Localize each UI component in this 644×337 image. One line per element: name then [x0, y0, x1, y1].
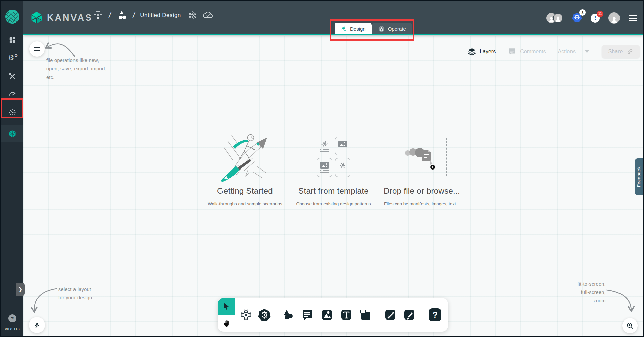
- tab-operate-label: Operate: [388, 26, 406, 32]
- alert-count-badge: 11: [597, 11, 603, 17]
- sidebar-expand-button[interactable]: ❯: [16, 283, 25, 296]
- sidebar-item-performance[interactable]: [1, 89, 23, 100]
- sidebar-item-configuration[interactable]: [1, 70, 23, 82]
- sidebar-item-dashboard[interactable]: [1, 34, 23, 46]
- card-subtitle: Choose from existing design patterns: [283, 201, 384, 206]
- comment-icon: [301, 309, 313, 321]
- link-icon: [627, 48, 633, 55]
- sidebar-item-lifecycle[interactable]: ⚙⚙: [1, 52, 23, 64]
- comments-icon: [508, 47, 516, 56]
- design-spiral-icon: [341, 26, 347, 32]
- user-avatar[interactable]: [608, 12, 620, 24]
- share-button[interactable]: Share: [602, 45, 640, 58]
- design-visibility-button[interactable]: [188, 11, 197, 20]
- template-tile: [317, 158, 332, 177]
- image-icon: [320, 162, 329, 169]
- shape-annotation-tools: [276, 298, 378, 332]
- kubernetes-tool[interactable]: [257, 308, 271, 322]
- kanvas-logo[interactable]: KANVAS: [30, 11, 93, 24]
- shapes-tool[interactable]: [281, 308, 295, 322]
- hamburger-icon: [34, 46, 40, 52]
- layer5-logo-icon[interactable]: [4, 9, 20, 25]
- bottom-toolbar: ?: [218, 298, 448, 332]
- top-header: KANVAS / / Untitled Design: [23, 1, 643, 35]
- share-label: Share: [608, 49, 623, 55]
- component-tools: [235, 298, 275, 332]
- layers-button[interactable]: Layers: [467, 47, 496, 56]
- kubernetes-count-badge: 3: [579, 9, 586, 16]
- organization-button[interactable]: [93, 10, 103, 21]
- alerts-button[interactable]: ! 11: [591, 14, 600, 23]
- cursor-icon: [222, 302, 230, 310]
- workspace-button[interactable]: [116, 10, 127, 21]
- design-canvas[interactable]: file operations like new, open, save, ex…: [23, 36, 643, 336]
- layout-cluster-icon: [33, 321, 41, 329]
- canvas-top-toolbar: Layers Comments Actions Share: [467, 45, 640, 58]
- card-getting-started[interactable]: Getting Started Walk-throughs and sample…: [195, 132, 295, 206]
- freehand-pencil-tool[interactable]: [402, 308, 416, 322]
- pen-tool[interactable]: [383, 308, 397, 322]
- save-status-button[interactable]: [202, 11, 214, 20]
- gears-icon: ⚙⚙: [8, 54, 17, 62]
- cloud-saved-icon: [202, 11, 214, 20]
- drop-zone[interactable]: [397, 138, 447, 176]
- kanvas-hexagon-logo-icon: [30, 11, 43, 24]
- image-tool[interactable]: [320, 308, 334, 322]
- header-actions: 3 ! 11: [546, 1, 637, 35]
- zoom-button[interactable]: [622, 318, 638, 333]
- text-tool[interactable]: [339, 308, 353, 322]
- breadcrumb-separator: /: [132, 11, 136, 20]
- collaborators-button[interactable]: [546, 13, 563, 23]
- image-icon: [338, 141, 347, 147]
- note-icon: [359, 309, 371, 321]
- menu-hamburger-icon[interactable]: [629, 15, 637, 21]
- comment-tool[interactable]: [300, 308, 314, 322]
- card-start-from-template[interactable]: Start from template Choose from existing…: [283, 132, 384, 206]
- tab-operate[interactable]: Operate: [372, 23, 412, 34]
- annotation-zoom-controls: fit-to-screen, full-screen, zoom: [577, 280, 606, 305]
- note-tool[interactable]: [358, 308, 373, 322]
- zoom-in-magnifier-icon: [626, 322, 634, 330]
- pan-tool[interactable]: [218, 315, 235, 332]
- template-tile: [335, 158, 350, 177]
- drop-file-icon: [402, 142, 442, 172]
- design-name[interactable]: Untitled Design: [140, 12, 181, 19]
- kubernetes-context-button[interactable]: 3: [572, 12, 582, 24]
- kanvas-logo-text: KANVAS: [47, 13, 93, 23]
- layout-button[interactable]: [29, 317, 45, 333]
- sidebar-item-extensions[interactable]: [1, 107, 23, 118]
- sidebar-item-kanvas[interactable]: [1, 125, 23, 142]
- file-menu-button[interactable]: [29, 41, 45, 57]
- collaborator-avatar: [553, 13, 563, 23]
- operator-headset-icon: [378, 25, 385, 32]
- tab-design[interactable]: Design: [335, 23, 372, 34]
- pen-icon: [384, 309, 396, 321]
- chip-icon: [240, 309, 252, 321]
- image-icon: [321, 309, 333, 321]
- sidebar-nav: ⚙⚙: [1, 34, 23, 142]
- spiral-icon: [339, 162, 346, 169]
- pencil-icon: [403, 309, 415, 321]
- card-drop-file[interactable]: Drop file or browse... Files can be mani…: [371, 132, 472, 206]
- card-title: Drop file or browse...: [371, 186, 472, 196]
- spiral-icon: [321, 140, 328, 148]
- help-button[interactable]: ?: [8, 314, 16, 322]
- feedback-tab[interactable]: Feedback: [635, 158, 643, 195]
- template-tile: [335, 137, 350, 155]
- workspace-shapes-icon: [116, 10, 127, 21]
- template-tile: [317, 137, 332, 155]
- comments-label: Comments: [520, 49, 546, 55]
- select-tool[interactable]: [218, 298, 235, 315]
- actions-label: Actions: [558, 49, 576, 55]
- sidebar-bottom: ? v0.8.113: [1, 314, 23, 336]
- actions-dropdown[interactable]: Actions: [558, 49, 590, 55]
- comments-button[interactable]: Comments: [508, 47, 546, 56]
- component-chip-tool[interactable]: [239, 308, 253, 322]
- tab-design-label: Design: [350, 26, 366, 32]
- mode-tabs: Design Operate: [335, 23, 412, 34]
- building-icon: [93, 10, 103, 21]
- help-tool[interactable]: ?: [428, 308, 442, 322]
- tools-icon: [8, 72, 16, 80]
- rocket-doodle: [195, 132, 295, 182]
- shapes-icon: [282, 309, 294, 321]
